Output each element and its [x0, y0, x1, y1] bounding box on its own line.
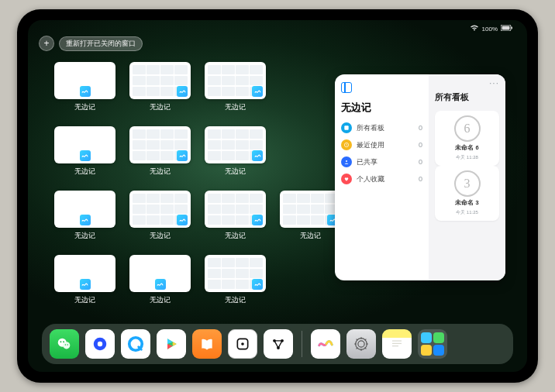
widget-main: ··· 所有看板 6未命名 6今天 11:283未命名 3今天 11:25 — [429, 74, 505, 280]
freeform-widget[interactable]: 无边记 所有看板0最近使用0已共享0个人收藏0 ··· 所有看板 6未命名 6今… — [335, 74, 505, 280]
dock-app-graph[interactable] — [264, 329, 293, 359]
window-label: 无边记 — [225, 231, 246, 241]
dock-app-settings[interactable] — [346, 329, 376, 359]
freeform-app-icon — [80, 215, 91, 225]
app-window-card[interactable]: 无边记 — [280, 191, 341, 241]
reopen-closed-window-button[interactable]: 重新打开已关闭的窗口 — [59, 36, 143, 51]
dock-separator — [302, 331, 302, 357]
freeform-app-icon — [80, 86, 91, 97]
window-thumbnail — [129, 255, 191, 292]
svg-point-10 — [65, 344, 66, 345]
dock-app-wechat[interactable] — [50, 329, 79, 359]
category-icon — [341, 156, 352, 167]
app-window-card[interactable]: 无边记 — [129, 191, 191, 241]
app-window-card[interactable]: 无边记 — [54, 62, 115, 112]
svg-marker-18 — [173, 342, 177, 346]
window-label: 无边记 — [225, 167, 246, 177]
freeform-app-icon — [177, 86, 188, 97]
freeform-app-icon — [80, 150, 91, 161]
top-controls: + 重新打开已关闭的窗口 — [39, 36, 143, 51]
app-window-card[interactable]: 无边记 — [54, 126, 115, 177]
freeform-app-icon — [252, 150, 263, 161]
svg-point-7 — [63, 342, 70, 349]
battery-icon — [501, 25, 513, 33]
widget-title: 无边记 — [341, 101, 422, 115]
category-count: 0 — [419, 124, 422, 132]
app-window-card[interactable]: 无边记 — [129, 255, 191, 305]
svg-point-11 — [67, 344, 67, 345]
window-thumbnail — [205, 126, 266, 163]
category-name: 已共享 — [357, 157, 377, 167]
freeform-app-icon — [252, 86, 263, 97]
screen: 100% + 重新打开已关闭的窗口 无边记无边记无边记无边记无边记无边记无边记无… — [28, 20, 527, 372]
status-bar: 100% — [28, 23, 527, 34]
dock-app-play[interactable] — [157, 329, 186, 359]
dock-app-quark[interactable] — [85, 329, 115, 359]
window-thumbnail — [280, 191, 341, 228]
widget-category-row[interactable]: 所有看板0 — [341, 119, 422, 136]
window-label: 无边记 — [150, 295, 171, 305]
window-thumbnail — [54, 126, 115, 163]
window-label: 无边记 — [74, 231, 95, 241]
dock-app-freeform[interactable] — [311, 329, 340, 359]
category-count: 0 — [419, 175, 422, 183]
window-label: 无边记 — [150, 231, 171, 241]
window-thumbnail — [54, 62, 115, 99]
dock-app-qqbrowser[interactable] — [121, 329, 150, 359]
category-name: 最近使用 — [357, 140, 384, 150]
app-window-card[interactable]: 无边记 — [205, 191, 266, 241]
svg-rect-3 — [344, 126, 348, 129]
widget-category-row[interactable]: 最近使用0 — [341, 136, 422, 153]
svg-point-8 — [60, 341, 62, 342]
sidebar-toggle-icon[interactable] — [341, 82, 352, 93]
app-window-card[interactable]: 无边记 — [205, 62, 266, 112]
widget-category-row[interactable]: 个人收藏0 — [341, 170, 422, 187]
category-name: 个人收藏 — [357, 174, 384, 184]
widget-more-icon[interactable]: ··· — [489, 77, 499, 88]
app-window-card[interactable]: 无边记 — [205, 255, 266, 305]
svg-rect-2 — [512, 27, 513, 29]
app-window-card[interactable]: 无边记 — [129, 126, 191, 177]
freeform-app-icon — [155, 279, 166, 290]
window-thumbnail — [129, 62, 191, 99]
board-card[interactable]: 6未命名 6今天 11:28 — [435, 111, 499, 166]
widget-sidebar: 无边记 所有看板0最近使用0已共享0个人收藏0 — [335, 74, 429, 280]
app-window-card[interactable]: 无边记 — [205, 126, 266, 177]
app-window-card[interactable]: 无边记 — [129, 62, 191, 112]
dock-app-books[interactable] — [192, 329, 222, 359]
category-count: 0 — [419, 158, 422, 166]
window-thumbnail — [205, 191, 266, 228]
ipad-device: 100% + 重新打开已关闭的窗口 无边记无边记无边记无边记无边记无边记无边记无… — [17, 9, 538, 383]
board-name: 未命名 3 — [455, 199, 478, 207]
window-label: 无边记 — [74, 102, 95, 112]
freeform-app-icon — [252, 215, 263, 225]
svg-point-25 — [358, 341, 364, 347]
category-icon — [341, 139, 352, 150]
board-thumbnail: 3 — [454, 170, 481, 197]
category-icon — [341, 122, 352, 133]
board-thumbnail: 6 — [454, 115, 481, 142]
window-label: 无边记 — [74, 295, 95, 305]
freeform-app-icon — [252, 279, 263, 290]
window-thumbnail — [129, 126, 191, 163]
app-window-card[interactable]: 无边记 — [54, 191, 115, 241]
freeform-app-icon — [177, 215, 188, 225]
dock-app-dice[interactable] — [228, 329, 257, 359]
category-icon — [341, 174, 352, 184]
board-name: 未命名 6 — [455, 144, 478, 152]
app-window-card[interactable]: 无边记 — [54, 255, 115, 305]
widget-category-row[interactable]: 已共享0 — [341, 153, 422, 170]
battery-label: 100% — [482, 26, 498, 33]
board-card[interactable]: 3未命名 3今天 11:25 — [435, 166, 499, 221]
wifi-icon — [470, 25, 479, 33]
freeform-app-icon — [80, 279, 91, 290]
category-count: 0 — [419, 141, 422, 149]
window-label: 无边记 — [225, 295, 246, 305]
widget-right-title: 所有看板 — [435, 91, 499, 103]
new-window-button[interactable]: + — [39, 36, 54, 51]
window-label: 无边记 — [150, 102, 171, 112]
dock-app-notes[interactable] — [382, 329, 412, 359]
window-label: 无边记 — [150, 167, 171, 177]
freeform-app-icon — [177, 150, 188, 161]
dock-recent-apps[interactable] — [418, 329, 447, 359]
